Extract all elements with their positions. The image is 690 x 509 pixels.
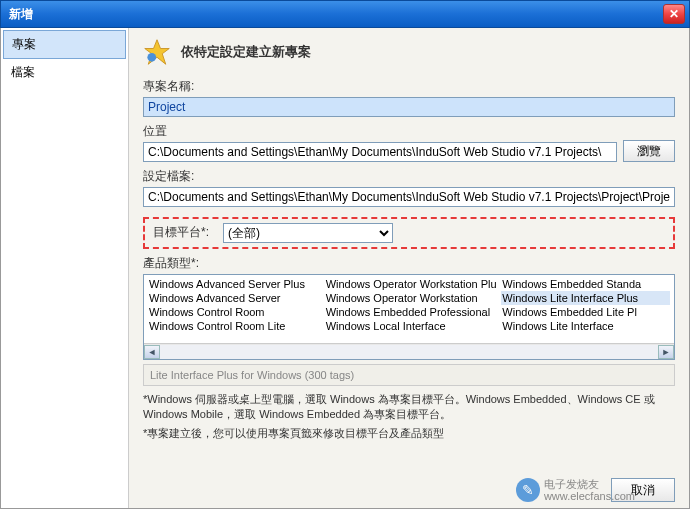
svg-marker-0 bbox=[145, 40, 170, 65]
platform-select[interactable]: (全部) bbox=[223, 223, 393, 243]
sidebar-item-label: 檔案 bbox=[11, 65, 35, 79]
list-item[interactable]: Windows Local Interface bbox=[325, 319, 494, 333]
page-title: 依特定設定建立新專案 bbox=[181, 43, 311, 61]
scroll-right-icon[interactable]: ► bbox=[658, 345, 674, 359]
window-title: 新增 bbox=[5, 6, 33, 23]
list-item[interactable]: Windows Advanced Server bbox=[148, 291, 317, 305]
config-file-input[interactable] bbox=[143, 187, 675, 207]
list-item[interactable]: Windows Embedded Lite Pl bbox=[501, 305, 670, 319]
list-item[interactable]: Windows Operator Workstation Plus bbox=[325, 277, 494, 291]
list-item[interactable]: Windows Advanced Server Plus bbox=[148, 277, 317, 291]
sidebar-item-label: 專案 bbox=[12, 37, 36, 51]
location-label: 位置 bbox=[143, 123, 617, 140]
post-create-note: *專案建立後，您可以使用專案頁籤來修改目標平台及產品類型 bbox=[143, 426, 675, 441]
sidebar-item-file[interactable]: 檔案 bbox=[3, 59, 126, 86]
svg-point-1 bbox=[147, 53, 156, 62]
name-label: 專案名稱: bbox=[143, 78, 675, 95]
close-button[interactable]: ✕ bbox=[663, 4, 685, 24]
titlebar: 新增 ✕ bbox=[0, 0, 690, 28]
target-platform-highlight: 目標平台*: (全部) bbox=[143, 217, 675, 249]
sidebar: 專案 檔案 bbox=[1, 28, 129, 508]
list-item[interactable]: Windows Control Room Lite bbox=[148, 319, 317, 333]
platform-note: *Windows 伺服器或桌上型電腦，選取 Windows 為專案目標平台。Wi… bbox=[143, 392, 675, 422]
main-panel: 依特定設定建立新專案 專案名稱: 位置 瀏覽 設定檔案: 目標平台*: bbox=[129, 28, 689, 508]
product-label: 產品類型*: bbox=[143, 255, 675, 272]
scroll-left-icon[interactable]: ◄ bbox=[144, 345, 160, 359]
browse-button[interactable]: 瀏覽 bbox=[623, 140, 675, 162]
list-item[interactable]: Windows Operator Workstation bbox=[325, 291, 494, 305]
sidebar-item-project[interactable]: 專案 bbox=[3, 30, 126, 59]
platform-label: 目標平台*: bbox=[153, 224, 209, 241]
list-item[interactable]: Windows Embedded Standa bbox=[501, 277, 670, 291]
watermark-icon: ✎ bbox=[516, 478, 540, 502]
horizontal-scrollbar[interactable]: ◄ ► bbox=[144, 343, 674, 359]
list-item[interactable]: Windows Control Room bbox=[148, 305, 317, 319]
close-icon: ✕ bbox=[669, 7, 679, 21]
scroll-track[interactable] bbox=[160, 345, 658, 359]
config-label: 設定檔案: bbox=[143, 168, 675, 185]
project-name-input[interactable] bbox=[143, 97, 675, 117]
wizard-icon bbox=[143, 38, 171, 66]
list-item[interactable]: Windows Lite Interface bbox=[501, 319, 670, 333]
location-input[interactable] bbox=[143, 142, 617, 162]
cancel-button[interactable]: 取消 bbox=[611, 478, 675, 502]
list-item[interactable]: Windows Lite Interface Plus bbox=[501, 291, 670, 305]
product-description: Lite Interface Plus for Windows (300 tag… bbox=[143, 364, 675, 386]
list-item[interactable]: Windows Embedded Professional bbox=[325, 305, 494, 319]
product-type-listbox[interactable]: Windows Advanced Server Plus Windows Adv… bbox=[143, 274, 675, 360]
